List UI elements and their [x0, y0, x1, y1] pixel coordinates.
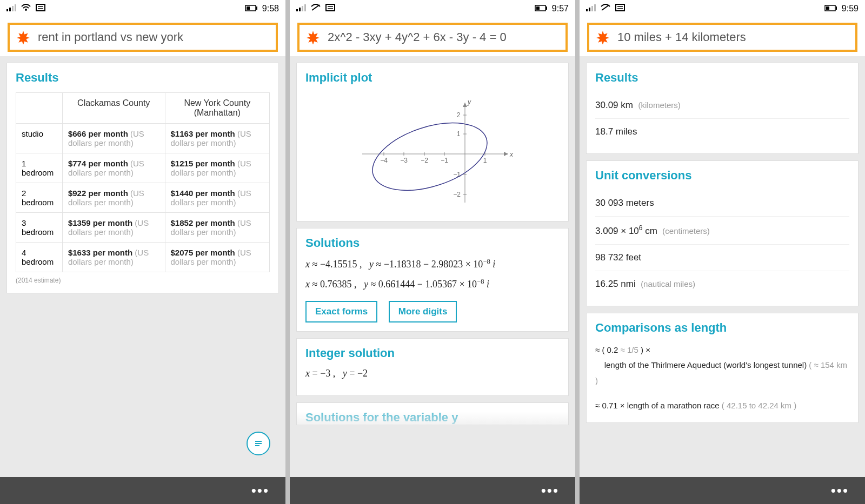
svg-rect-15	[296, 9, 298, 11]
battery-icon	[824, 4, 837, 14]
svg-text:−4: −4	[380, 157, 388, 164]
svg-text:−2: −2	[421, 157, 428, 164]
implicit-plot-card: Implicit plot x y −4 −3 −2 −1 1 1	[296, 63, 569, 221]
card-title: Comparisons as length	[595, 321, 849, 335]
svg-rect-53	[589, 8, 590, 11]
comparisons-card: Comparisons as length ≈ ( 0.2 ≈ 1/5 ) × …	[586, 313, 859, 423]
svg-rect-62	[836, 6, 837, 10]
content-area: Implicit plot x y −4 −3 −2 −1 1 1	[290, 56, 575, 477]
more-digits-button[interactable]: More digits	[389, 301, 457, 322]
svg-marker-63	[596, 31, 609, 44]
result-km: 30.09 km (kilometers)	[595, 92, 849, 119]
signal-icon	[586, 4, 596, 14]
battery-icon	[535, 4, 548, 14]
col-a: Clackamas County	[62, 93, 165, 124]
svg-text:−2: −2	[453, 191, 461, 198]
solution-2: x ≈ 0.76385 , y ≈ 0.661444 − 1.05367 × 1…	[305, 278, 560, 290]
search-input[interactable]	[38, 30, 269, 44]
content-area: Results Clackamas County New York County…	[0, 56, 285, 477]
integer-solution-card: Integer solution x = −3 , y = −2	[296, 338, 569, 396]
integer-solution: x = −3 , y = −2	[305, 368, 560, 379]
card-title: Solutions for the variable y	[305, 411, 560, 425]
card-title: Integer solution	[305, 346, 560, 360]
card-title: Unit conversions	[595, 169, 849, 183]
content-area: Results 30.09 km (kilometers) 18.7 miles…	[580, 56, 865, 477]
svg-rect-3	[15, 4, 16, 11]
table-row: 3 bedroom$1359 per month (US dollars per…	[16, 213, 270, 243]
search-box[interactable]	[587, 23, 857, 52]
message-icon	[615, 4, 625, 14]
svg-text:1: 1	[483, 157, 487, 164]
svg-rect-55	[594, 4, 596, 11]
svg-rect-9	[247, 6, 250, 10]
plot: x y −4 −3 −2 −1 1 1 2 −1 −2	[305, 92, 560, 212]
wifi-off-icon	[310, 4, 321, 14]
table-row: 4 bedroom$1633 per month (US dollars per…	[16, 243, 270, 272]
svg-rect-18	[304, 4, 306, 11]
bottom-bar: •••	[580, 477, 865, 504]
exact-forms-button[interactable]: Exact forms	[305, 301, 377, 322]
svg-marker-30	[463, 103, 467, 107]
signal-icon	[296, 4, 306, 14]
search-box[interactable]	[8, 23, 278, 52]
signal-icon	[6, 4, 16, 14]
screen-units: 9:59 Results 30.09 km (kilometers) 18.7 …	[580, 0, 865, 504]
unit-nmi: 16.25 nmi (nautical miles)	[595, 271, 849, 297]
svg-rect-2	[12, 6, 14, 11]
status-bar: 9:59	[580, 0, 865, 17]
wolfram-icon	[16, 30, 30, 44]
search-box[interactable]	[297, 23, 568, 52]
search-input[interactable]	[617, 30, 849, 44]
svg-rect-24	[536, 6, 540, 10]
svg-rect-61	[826, 6, 829, 10]
clock: 9:58	[262, 4, 279, 14]
card-title: Results	[16, 71, 270, 85]
card-title: Solutions	[305, 236, 560, 250]
screen-equation: 9:57 Implicit plot x y −4 −3	[290, 0, 575, 504]
results-card: Results 30.09 km (kilometers) 18.7 miles	[586, 63, 859, 154]
svg-text:y: y	[467, 98, 471, 106]
search-input[interactable]	[328, 30, 559, 44]
clock: 9:59	[842, 4, 859, 14]
wifi-icon	[21, 4, 31, 14]
svg-marker-28	[504, 152, 508, 156]
next-card: Solutions for the variable y	[296, 402, 569, 425]
svg-rect-17	[302, 6, 303, 11]
more-icon[interactable]: •••	[251, 483, 269, 498]
table-row: 2 bedroom$922 per month (US dollars per …	[16, 183, 270, 213]
card-title: Implicit plot	[305, 71, 560, 85]
screen-rent: 9:58 Results Clackamas County New York C…	[0, 0, 285, 504]
fab-notes[interactable]	[247, 432, 270, 455]
card-title: Results	[595, 71, 849, 85]
comparison-1: ≈ ( 0.2 ≈ 1/5 ) × length of the Thirlmer…	[595, 342, 849, 389]
status-bar: 9:57	[290, 0, 575, 17]
svg-rect-52	[586, 9, 588, 11]
col-blank	[16, 93, 63, 124]
unit-feet: 98 732 feet	[595, 245, 849, 271]
table-row: studio$666 per month (US dollars per mon…	[16, 124, 270, 153]
unit-cm: 3.009 × 106 cm (centimeters)	[595, 217, 849, 245]
svg-rect-57	[616, 4, 624, 11]
svg-marker-26	[307, 31, 320, 44]
svg-point-4	[25, 9, 27, 11]
wolfram-icon	[596, 30, 610, 44]
result-miles: 18.7 miles	[595, 119, 849, 145]
svg-rect-1	[9, 8, 11, 11]
more-icon[interactable]: •••	[541, 483, 559, 498]
solutions-card: Solutions x ≈ −4.15515 , y ≈ −1.18318 − …	[296, 228, 569, 332]
solution-1: x ≈ −4.15515 , y ≈ −1.18318 − 2.98023 × …	[305, 258, 560, 270]
unit-meters: 30 093 meters	[595, 190, 849, 217]
comparison-2: ≈ 0.71 × length of a marathon race ( 42.…	[595, 398, 849, 414]
wifi-off-icon	[600, 4, 611, 14]
svg-rect-5	[36, 4, 45, 11]
clock: 9:57	[552, 4, 569, 14]
col-b: New York County (Manhattan)	[165, 93, 269, 124]
bottom-bar: •••	[290, 477, 575, 504]
bottom-bar: •••	[0, 477, 285, 504]
svg-rect-0	[6, 9, 8, 11]
results-card: Results Clackamas County New York County…	[6, 63, 279, 293]
svg-text:−1: −1	[441, 157, 448, 164]
svg-text:x: x	[509, 151, 514, 158]
more-icon[interactable]: •••	[831, 483, 849, 498]
svg-rect-54	[591, 6, 593, 11]
